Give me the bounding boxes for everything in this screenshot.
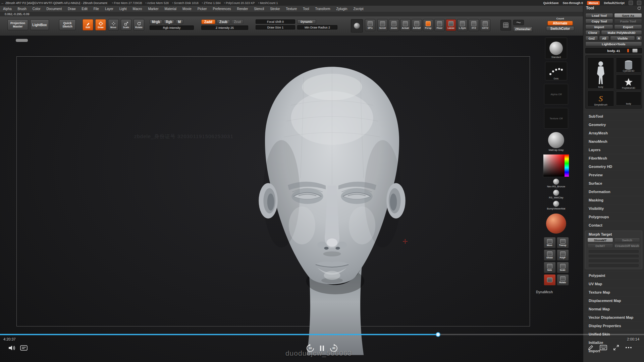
back-arrow-icon[interactable]: ← — [0, 1, 5, 5]
current-brush-thumbnail[interactable]: Standard — [545, 38, 567, 59]
notes-pencil-icon[interactable] — [588, 345, 594, 351]
draw-mode-button[interactable]: Draw — [95, 19, 106, 31]
danmaku-subtitle-icon[interactable] — [20, 345, 28, 351]
subpalette-header[interactable]: Texture Map — [583, 288, 644, 296]
subpalette-header[interactable]: Preview — [583, 171, 644, 179]
menu-item[interactable]: Movie — [179, 7, 195, 11]
view-toggle-button[interactable]: Actual — [400, 19, 411, 31]
zremesher-button[interactable]: ZRemesher — [513, 26, 533, 32]
subpalette-header[interactable]: Vector Displacement Map — [583, 313, 644, 321]
z-intensity-slider[interactable]: Z Intensity 25 — [201, 25, 248, 30]
menu-item[interactable]: File — [91, 7, 102, 11]
lightbox-tools-button[interactable]: Lightbox>Tools — [585, 42, 642, 46]
menu-item[interactable]: Marker — [145, 7, 161, 11]
head-sculpt-model[interactable] — [221, 49, 443, 362]
default-zscript-button[interactable]: DefaultZScript — [604, 1, 625, 5]
spix-slider[interactable]: SPix — [365, 19, 375, 31]
zadd-button[interactable]: Zadd — [201, 19, 215, 24]
switchcolor-button[interactable]: SwitchColor — [546, 26, 574, 31]
hue-strip[interactable] — [565, 155, 569, 177]
view-toggle-button[interactable]: L.Sym — [457, 19, 468, 31]
material-item[interactable]: RS_WetClay — [549, 190, 564, 199]
view-toggle-button[interactable]: Zoom — [389, 19, 399, 31]
subpalette-header[interactable]: Masking — [583, 196, 644, 204]
view-toggle-button[interactable]: Lasso — [446, 19, 456, 31]
subpalette-header[interactable]: Deformation — [583, 187, 644, 196]
subpalette-header[interactable]: FiberMesh — [583, 154, 644, 162]
window-refresh-icon[interactable] — [637, 1, 641, 5]
menu-item[interactable]: Zscript — [350, 7, 366, 11]
import-button[interactable]: Import — [585, 24, 613, 29]
menu-item[interactable]: Document — [44, 7, 65, 11]
paste-tool-button[interactable]: Paste Tool — [614, 19, 642, 23]
frame-button[interactable] — [500, 20, 511, 31]
menu-item[interactable]: Picker — [195, 7, 210, 11]
canvas-grip[interactable] — [16, 39, 28, 42]
subpalette-header[interactable]: Contact — [583, 221, 644, 229]
subpalette-header[interactable]: Geometry — [583, 120, 644, 129]
copy-tool-button[interactable]: Copy Tool — [585, 19, 613, 23]
palette-refresh-icon[interactable] — [637, 6, 641, 10]
polymesh3d-thumbnail[interactable]: PolyMesh3D — [616, 74, 641, 90]
rgb-intensity-slider[interactable]: Rgb Intensity — [150, 25, 194, 30]
color-picker[interactable] — [543, 154, 569, 177]
sculpt-canvas[interactable]: zbdele_身份证号 320301191506253031 — [0, 36, 583, 362]
draw-size-slider[interactable]: Draw Size 1 — [256, 25, 295, 29]
quicksave-button[interactable]: QuickSave — [543, 1, 558, 5]
morph-slider[interactable] — [589, 259, 639, 262]
rgb-button[interactable]: Rgb — [164, 19, 174, 24]
menu-item[interactable]: Stroke — [267, 7, 283, 11]
goz-button[interactable]: GoZ — [585, 36, 598, 41]
active-material-sphere[interactable] — [546, 214, 566, 234]
current-material-thumbnail[interactable]: MatCap Gray — [548, 132, 564, 152]
clone-button[interactable]: Clone — [585, 30, 600, 35]
player-progress-handle[interactable] — [436, 332, 440, 337]
subpalette-header[interactable]: Visibility — [583, 204, 644, 213]
zsub-button[interactable]: Zsub — [217, 19, 230, 24]
make-polymesh3d-button[interactable]: Make PolyMesh3D — [601, 30, 642, 35]
cylinder3d-thumbnail[interactable]: Cylinder3D — [616, 57, 641, 73]
active-tool-slider[interactable]: body. 41 — [585, 48, 642, 53]
material-item[interactable]: BumpViewerMat — [547, 201, 566, 210]
switch-button[interactable]: Switch — [614, 238, 640, 242]
mrgb-button[interactable]: Mrgb — [150, 19, 162, 24]
view-toggle-button[interactable]: Floor — [434, 19, 445, 31]
export-button[interactable]: Export — [614, 24, 642, 29]
menu-item[interactable]: Tool — [300, 7, 312, 11]
more-options-icon[interactable] — [625, 347, 632, 349]
creatediff-mesh-button[interactable]: CreateDiff Mesh — [614, 243, 640, 248]
rotate-mode-button[interactable]: Rotate — [133, 19, 144, 31]
subpalette-header[interactable]: Layers — [583, 145, 644, 154]
projection-master-button[interactable]: Projection Master — [7, 19, 28, 30]
menu-item[interactable]: Zplugin — [333, 7, 351, 11]
view-toggle-button[interactable]: XYZ — [469, 19, 479, 31]
current-texture-thumbnail[interactable]: Texture Off — [544, 108, 568, 129]
viewport-toggle-button[interactable]: Scale — [557, 262, 569, 273]
view-toggle-button[interactable]: AAHalf — [412, 19, 422, 31]
morph-slider[interactable] — [589, 255, 639, 257]
menu-item[interactable]: Layer — [102, 7, 116, 11]
viewport-toggle-button[interactable]: Ghost — [544, 249, 556, 261]
subpalette-header[interactable]: Geometry HD — [583, 162, 644, 171]
goz-r-button[interactable]: R — [636, 36, 642, 41]
view-toggle-button[interactable]: Persp — [423, 19, 433, 31]
subpalette-header[interactable]: NanoMesh — [583, 137, 644, 145]
goz-visible-button[interactable]: Visible — [610, 36, 635, 41]
menu-item[interactable]: Macro — [130, 7, 145, 11]
menu-item[interactable]: Render — [234, 7, 251, 11]
menu-item[interactable]: Material — [162, 7, 180, 11]
subpalette-header[interactable]: Polypaint — [583, 271, 644, 280]
delmt-button[interactable]: DelMT — [587, 243, 613, 248]
slider-handle[interactable] — [632, 49, 638, 53]
viewport-toggle-button[interactable]: Transp — [557, 237, 569, 248]
menu-item[interactable]: Draw — [65, 7, 78, 11]
transform-knot-button[interactable] — [513, 20, 524, 25]
viewport-toggle-button[interactable]: Solo — [544, 262, 556, 273]
menu-item[interactable]: Preferences — [210, 7, 234, 11]
body-secondary-thumbnail[interactable]: body — [616, 92, 641, 106]
focal-shift-slider[interactable]: Focal Shift 0 — [256, 19, 295, 24]
viewport-toggle-button[interactable]: Move — [544, 237, 556, 248]
viewport-toggle-button[interactable]: Rotate — [557, 274, 569, 286]
material-item[interactable]: Nev-RS_Bronze — [547, 179, 565, 188]
menu-item[interactable]: Light — [116, 7, 130, 11]
